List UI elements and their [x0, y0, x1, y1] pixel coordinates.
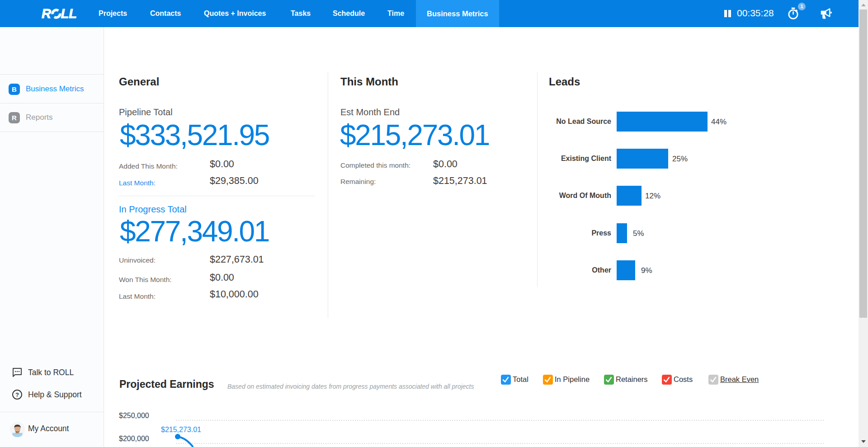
svg-text:?: ?	[15, 391, 19, 398]
svg-text:LL: LL	[61, 6, 77, 21]
svg-text:R: R	[42, 6, 51, 21]
